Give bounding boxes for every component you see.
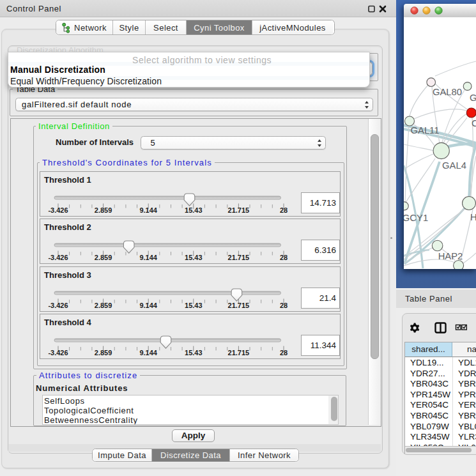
svg-text:-3.426: -3.426 bbox=[48, 206, 68, 214]
svg-text:-3.426: -3.426 bbox=[48, 349, 68, 357]
svg-text:GAL11: GAL11 bbox=[411, 125, 440, 135]
svg-text:2.859: 2.859 bbox=[95, 349, 112, 357]
svg-text:15.43: 15.43 bbox=[185, 206, 203, 214]
svg-text:2.859: 2.859 bbox=[95, 206, 112, 214]
svg-text:-3.426: -3.426 bbox=[48, 302, 68, 309]
svg-text:9.144: 9.144 bbox=[139, 349, 157, 357]
svg-text:21.715: 21.715 bbox=[228, 302, 250, 309]
svg-text:9.144: 9.144 bbox=[139, 302, 157, 309]
svg-text:15.43: 15.43 bbox=[185, 302, 203, 309]
svg-text:28: 28 bbox=[280, 302, 288, 309]
svg-text:H: H bbox=[470, 212, 476, 222]
svg-text:9.144: 9.144 bbox=[139, 254, 157, 261]
svg-text:28: 28 bbox=[280, 254, 288, 261]
svg-text:21.715: 21.715 bbox=[228, 254, 250, 261]
svg-text:2.859: 2.859 bbox=[95, 254, 112, 261]
svg-text:28: 28 bbox=[280, 206, 288, 214]
svg-text:9.144: 9.144 bbox=[139, 206, 157, 214]
svg-text:GCY1: GCY1 bbox=[404, 213, 428, 223]
svg-text:C: C bbox=[472, 118, 476, 128]
svg-text:21.715: 21.715 bbox=[228, 206, 250, 214]
svg-text:HAP2: HAP2 bbox=[438, 251, 463, 261]
svg-text:GAL4: GAL4 bbox=[442, 160, 466, 171]
svg-text:21.715: 21.715 bbox=[228, 349, 250, 357]
svg-text:28: 28 bbox=[280, 349, 288, 357]
svg-text:15.43: 15.43 bbox=[185, 349, 203, 357]
svg-text:GAL80: GAL80 bbox=[433, 87, 462, 97]
svg-text:15.43: 15.43 bbox=[185, 254, 203, 261]
svg-text:GA: GA bbox=[470, 93, 476, 103]
svg-text:-3.426: -3.426 bbox=[48, 254, 68, 261]
svg-text:2.859: 2.859 bbox=[95, 302, 112, 309]
